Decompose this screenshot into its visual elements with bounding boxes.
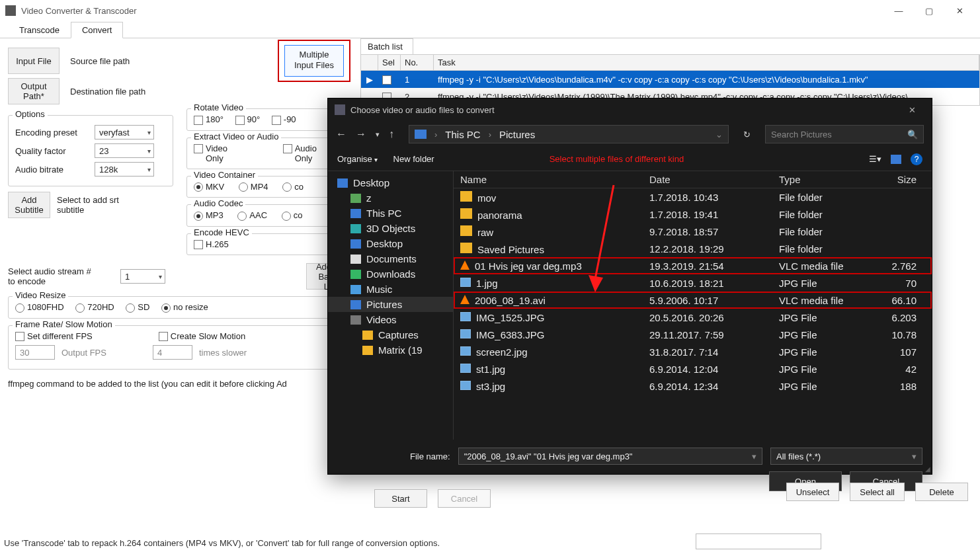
tree-user[interactable]: z bbox=[328, 190, 453, 206]
view-mode-button[interactable]: ☰▾ bbox=[869, 154, 881, 164]
tree-thispc[interactable]: This PC bbox=[328, 206, 453, 221]
resize-1080-radio[interactable]: 1080FHD bbox=[15, 302, 64, 312]
audiobr-combo[interactable]: 128k bbox=[95, 162, 154, 177]
col-name-header[interactable]: Name bbox=[460, 174, 649, 185]
close-button[interactable]: ✕ bbox=[944, 0, 975, 21]
search-input[interactable]: Search Pictures 🔍 bbox=[765, 125, 924, 143]
preset-combo[interactable]: veryfast bbox=[95, 125, 154, 139]
breadcrumb[interactable]: › This PC › Pictures ⌄ bbox=[409, 125, 729, 143]
output-path-button[interactable]: Output Path* bbox=[8, 78, 60, 104]
file-row[interactable]: screen2.jpg31.8.2017. 7:14JPG File107 bbox=[454, 343, 932, 360]
slow-input[interactable]: 4 bbox=[153, 345, 192, 360]
help-icon[interactable]: ? bbox=[911, 153, 922, 165]
container-co-radio[interactable]: co bbox=[282, 182, 304, 192]
col-no[interactable]: No. bbox=[401, 55, 434, 70]
tree-music[interactable]: Music bbox=[328, 282, 453, 297]
dialog-close-button[interactable]: ✕ bbox=[899, 100, 925, 120]
dialog-title: Choose video or audio files to convert bbox=[350, 105, 495, 115]
tree-downloads[interactable]: Downloads bbox=[328, 266, 453, 282]
resize-720-radio[interactable]: 720HD bbox=[75, 302, 114, 312]
file-row[interactable]: 01 Hvis jeg var deg.mp319.3.2019. 21:54V… bbox=[454, 257, 932, 274]
file-row[interactable]: raw9.7.2018. 18:57File folder bbox=[454, 223, 932, 240]
add-subtitle-label: Select to add srt subtitle bbox=[57, 195, 119, 215]
tree-desktop2[interactable]: Desktop bbox=[328, 236, 453, 251]
quality-combo[interactable]: 23 bbox=[95, 143, 154, 158]
aac-radio[interactable]: AAC bbox=[237, 210, 267, 220]
breadcrumb-pictures[interactable]: Pictures bbox=[499, 129, 535, 140]
options-group: Options Encoding presetveryfast Quality … bbox=[8, 115, 173, 186]
nav-history-button[interactable]: ▾ bbox=[376, 130, 380, 139]
col-size-header[interactable]: Size bbox=[877, 174, 917, 185]
codec-co-radio[interactable]: co bbox=[282, 210, 303, 220]
nav-forward-button[interactable]: → bbox=[356, 128, 366, 140]
status-field bbox=[696, 533, 821, 549]
video-only-check[interactable]: Video Only bbox=[194, 143, 227, 153]
organise-menu[interactable]: Organise bbox=[337, 154, 378, 164]
tree-3dobjects[interactable]: 3D Objects bbox=[328, 221, 453, 236]
rotate-90-check[interactable]: 90° bbox=[235, 114, 261, 124]
file-row[interactable]: st1.jpg6.9.2014. 12:04JPG File42 bbox=[454, 360, 932, 377]
file-row[interactable]: 2006_08_19.avi5.9.2006. 10:17VLC media f… bbox=[454, 292, 932, 309]
rotate-neg90-check[interactable]: -90 bbox=[272, 114, 296, 124]
col-date-header[interactable]: Date bbox=[649, 174, 779, 185]
slow-motion-check[interactable]: Create Slow Motion bbox=[159, 331, 245, 342]
resize-grip[interactable]: ◢ bbox=[925, 465, 930, 473]
input-file-button[interactable]: Input File bbox=[8, 48, 60, 74]
file-row[interactable]: panorama1.7.2018. 19:41File folder bbox=[454, 206, 932, 223]
resize-none-radio[interactable]: no resize bbox=[161, 302, 208, 312]
chevron-down-icon[interactable]: ⌄ bbox=[715, 130, 723, 139]
file-row[interactable]: st3.jpg6.9.2014. 12:34JPG File188 bbox=[454, 377, 932, 395]
dest-path-label: Destination file path bbox=[70, 87, 145, 97]
fps-hint: Output FPS bbox=[61, 348, 106, 358]
file-row[interactable]: IMG_1525.JPG20.5.2016. 20:26JPG File6.20… bbox=[454, 309, 932, 326]
tab-transcode[interactable]: Transcode bbox=[8, 22, 71, 38]
row-checkbox[interactable] bbox=[382, 75, 391, 85]
audio-only-check[interactable]: Audio Only bbox=[283, 143, 317, 153]
col-type-header[interactable]: Type bbox=[779, 174, 877, 185]
tree-captures[interactable]: Captures bbox=[328, 327, 453, 342]
col-sel[interactable]: Sel bbox=[378, 55, 401, 70]
tree-documents[interactable]: Documents bbox=[328, 251, 453, 266]
mkv-radio[interactable]: MKV bbox=[194, 182, 224, 192]
nav-up-button[interactable]: ↑ bbox=[389, 128, 394, 140]
status-bar-text: Use 'Transcode' tab to repack h.264 cont… bbox=[4, 538, 440, 548]
refresh-button[interactable]: ↻ bbox=[743, 130, 751, 139]
tab-convert[interactable]: Convert bbox=[71, 22, 124, 38]
file-row[interactable]: mov1.7.2018. 10:43File folder bbox=[454, 188, 932, 206]
mp4-radio[interactable]: MP4 bbox=[239, 182, 268, 192]
nav-back-button[interactable]: ← bbox=[336, 128, 347, 140]
tree-pictures[interactable]: Pictures bbox=[328, 297, 453, 312]
add-subtitle-button[interactable]: Add Subtitle bbox=[8, 192, 50, 218]
set-fps-check[interactable]: Set different FPS bbox=[15, 331, 93, 342]
fps-input[interactable]: 30 bbox=[15, 345, 55, 360]
tree-videos[interactable]: Videos bbox=[328, 312, 453, 327]
col-task[interactable]: Task bbox=[434, 55, 979, 70]
file-row[interactable]: IMG_6383.JPG29.11.2017. 7:59JPG File10.7… bbox=[454, 326, 932, 343]
breadcrumb-thispc[interactable]: This PC bbox=[445, 129, 480, 140]
app-icon bbox=[5, 5, 16, 16]
annotation-highlight bbox=[278, 40, 350, 82]
h265-check[interactable]: H.265 bbox=[194, 239, 229, 249]
tree-matrix[interactable]: Matrix (19 bbox=[328, 342, 453, 358]
maximize-button[interactable]: ▢ bbox=[914, 0, 944, 21]
batch-cancel-button[interactable]: Cancel bbox=[438, 489, 491, 508]
file-row[interactable]: 1.jpg10.6.2019. 18:21JPG File70 bbox=[454, 274, 932, 292]
selectall-button[interactable]: Select all bbox=[850, 483, 905, 501]
filename-input[interactable]: "2006_08_19.avi" "01 Hvis jeg var deg.mp… bbox=[458, 448, 762, 465]
mp3-radio[interactable]: MP3 bbox=[194, 210, 224, 220]
tree-desktop[interactable]: Desktop bbox=[328, 175, 453, 190]
window-title: Video Converter & Transcoder bbox=[21, 6, 883, 16]
preview-pane-button[interactable] bbox=[891, 155, 901, 164]
filetype-select[interactable]: All files (*.*)▾ bbox=[770, 448, 922, 465]
start-button[interactable]: Start bbox=[374, 489, 427, 508]
delete-button[interactable]: Delete bbox=[915, 483, 968, 501]
minimize-button[interactable]: — bbox=[883, 0, 914, 21]
file-row[interactable]: Saved Pictures12.2.2018. 19:29File folde… bbox=[454, 240, 932, 257]
rotate-180-check[interactable]: 180° bbox=[194, 114, 224, 124]
new-folder-button[interactable]: New folder bbox=[393, 154, 434, 164]
unselect-button[interactable]: Unselect bbox=[786, 483, 840, 501]
resize-sd-radio[interactable]: SD bbox=[126, 302, 149, 312]
dialog-icon bbox=[335, 104, 345, 115]
batch-row[interactable]: ▶ 1 ffmpeg -y -i "C:\Users\z\Videos\bund… bbox=[361, 71, 979, 88]
audiostream-combo[interactable]: 1 bbox=[120, 269, 165, 284]
